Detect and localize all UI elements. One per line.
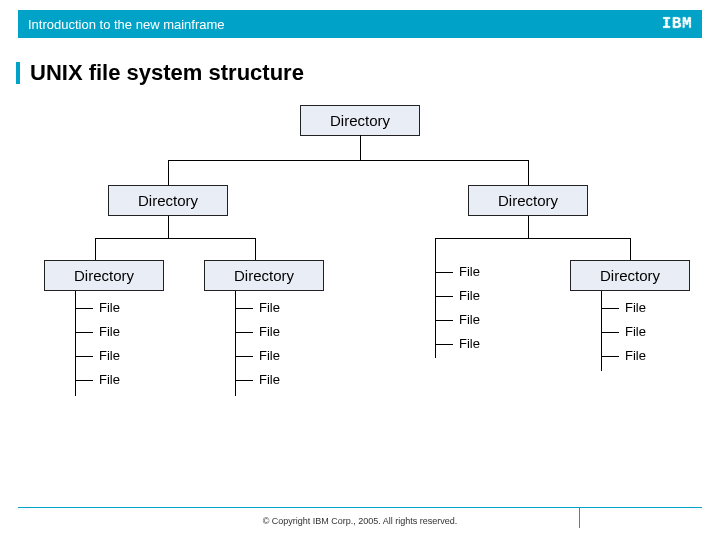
file-item: File xyxy=(625,348,646,363)
file-item: File xyxy=(259,300,280,315)
dir-l3-c: Directory xyxy=(570,260,690,291)
title-bar: Introduction to the new mainframe IBM xyxy=(18,10,702,38)
file-item: File xyxy=(459,336,480,351)
file-item: File xyxy=(99,372,120,387)
file-item: File xyxy=(259,348,280,363)
ibm-logo-icon: IBM xyxy=(662,15,692,33)
file-col-2: File File File File xyxy=(235,296,335,392)
presentation-subtitle: Introduction to the new mainframe xyxy=(28,17,225,32)
file-item: File xyxy=(259,372,280,387)
file-item: File xyxy=(459,288,480,303)
file-item: File xyxy=(99,324,120,339)
dir-l2-left: Directory xyxy=(108,185,228,216)
dir-root: Directory xyxy=(300,105,420,136)
dir-l3-a: Directory xyxy=(44,260,164,291)
file-col-4: File File File xyxy=(601,296,701,368)
file-item: File xyxy=(625,324,646,339)
dir-l3-b: Directory xyxy=(204,260,324,291)
file-item: File xyxy=(99,300,120,315)
slide-heading: UNIX file system structure xyxy=(30,60,304,86)
file-item: File xyxy=(259,324,280,339)
copyright-text: © Copyright IBM Corp., 2005. All rights … xyxy=(0,516,720,526)
dir-l2-right: Directory xyxy=(468,185,588,216)
footer-rule xyxy=(18,507,702,508)
file-col-1: File File File File xyxy=(75,296,175,392)
file-item: File xyxy=(625,300,646,315)
file-item: File xyxy=(459,264,480,279)
file-item: File xyxy=(459,312,480,327)
file-col-3: File File File File xyxy=(435,260,535,356)
file-item: File xyxy=(99,348,120,363)
